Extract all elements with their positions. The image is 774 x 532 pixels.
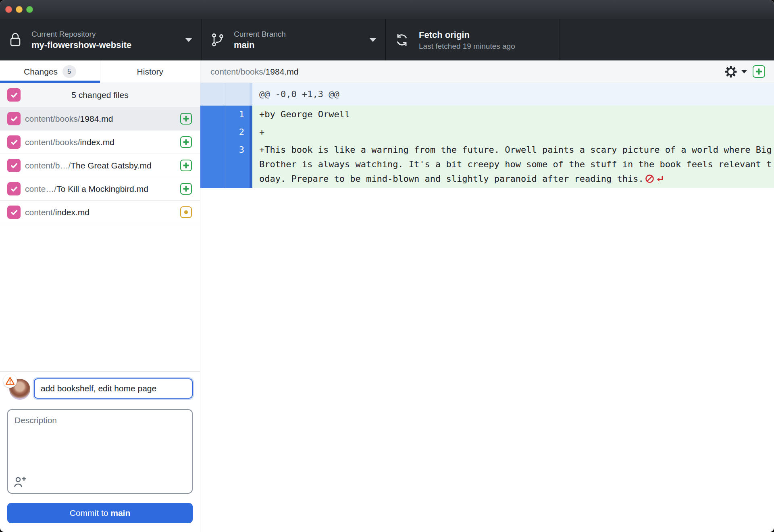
current-branch-button[interactable]: Current Branch main [202, 19, 386, 60]
add-file-button[interactable] [753, 65, 765, 78]
diff-file-name: 1984.md [266, 67, 299, 76]
return-arrow-icon [655, 175, 664, 183]
chevron-down-icon [185, 38, 192, 42]
file-dir: content/books/ [25, 137, 80, 147]
file-checkbox[interactable] [7, 206, 21, 219]
tab-changes[interactable]: Changes 5 [0, 60, 100, 83]
file-dir: conte…/ [25, 184, 56, 193]
diff-gutter-old[interactable] [200, 141, 225, 188]
file-dir: content/b…/ [25, 161, 71, 170]
changes-sidebar: Changes 5 History 5 changed files conten… [0, 60, 200, 532]
file-checkbox[interactable] [7, 159, 21, 172]
diff-line-row: 1 +by George Orwell [200, 106, 774, 123]
fetch-origin-button[interactable]: Fetch origin Last fetched 19 minutes ago [386, 19, 560, 60]
file-checkbox[interactable] [7, 112, 21, 125]
titlebar [0, 0, 774, 19]
status-added-icon [180, 183, 192, 195]
diff-body: @@ -0,0 +1,3 @@ 1 +by George Orwell 2 + … [200, 83, 774, 188]
changed-file-row[interactable]: content/books/index.md [0, 131, 200, 154]
fetch-title: Fetch origin [419, 29, 551, 41]
changed-files-count: 5 changed files [0, 90, 200, 100]
diff-gutter-new[interactable] [225, 83, 252, 106]
diff-hunk-row: @@ -0,0 +1,3 @@ [200, 83, 774, 106]
zoom-window-icon[interactable] [26, 6, 33, 13]
warning-badge[interactable] [3, 374, 17, 388]
commit-description-input[interactable] [8, 410, 192, 493]
minimize-window-icon[interactable] [16, 6, 23, 13]
changed-file-row[interactable]: content/b…/The Great Gatsby.md [0, 154, 200, 177]
toolbar: Current Repository my-flowershow-website… [0, 19, 774, 60]
diff-gutter-old[interactable] [200, 123, 225, 141]
sidebar-empty-space [0, 224, 200, 371]
status-added-icon [180, 113, 192, 125]
changed-files-header: 5 changed files [0, 83, 200, 107]
diff-options-button[interactable] [724, 65, 747, 78]
file-dir: content/books/ [25, 114, 80, 123]
no-newline-indicator [644, 174, 664, 184]
file-name: index.md [80, 137, 114, 147]
git-branch-icon [210, 32, 224, 48]
changed-file-row[interactable]: content/index.md [0, 201, 200, 224]
tab-history[interactable]: History [100, 60, 200, 83]
diff-line-text: + [259, 127, 264, 137]
sidebar-tabbar: Changes 5 History [0, 60, 200, 83]
file-checkbox[interactable] [7, 135, 21, 149]
repository-label: Current Repository [31, 29, 181, 39]
diff-line-text: +by George Orwell [259, 109, 350, 119]
changed-file-row[interactable]: content/books/1984.md [0, 107, 200, 131]
changed-files-list: content/books/1984.md content/books/inde… [0, 107, 200, 224]
app-window: Current Repository my-flowershow-website… [0, 0, 774, 532]
commit-author [7, 377, 31, 400]
branch-name: main [234, 39, 365, 51]
diff-pane: content/books/1984.md @@ -0,0 +1,3 [200, 60, 774, 532]
sync-icon [395, 33, 409, 47]
diff-line-number[interactable]: 3 [225, 141, 252, 188]
diff-gutter-old[interactable] [200, 83, 225, 106]
file-name: The Great Gatsby.md [71, 161, 151, 170]
status-added-icon [180, 136, 192, 148]
diff-line-number[interactable]: 2 [225, 123, 252, 141]
repository-name: my-flowershow-website [31, 39, 181, 51]
file-checkbox[interactable] [7, 182, 21, 195]
changes-count-badge: 5 [62, 65, 76, 78]
circle-slash-icon [645, 174, 654, 183]
status-added-icon [180, 160, 192, 171]
lock-icon [9, 32, 22, 48]
status-modified-icon [180, 206, 192, 218]
chevron-down-icon [741, 70, 747, 73]
file-name: To Kill a Mockingbird.md [56, 184, 148, 193]
commit-description-box [7, 409, 193, 494]
diff-line-text: +This book is like a warning from the fu… [259, 145, 774, 184]
file-dir: content/ [25, 208, 55, 217]
current-repository-button[interactable]: Current Repository my-flowershow-website [0, 19, 202, 60]
commit-area: Commit to main [0, 371, 200, 532]
diff-line-row: 2 + [200, 123, 774, 141]
diff-file-dir: content/books/ [210, 67, 266, 76]
diff-line-row: 3 +This book is like a warning from the … [200, 141, 774, 188]
branch-label: Current Branch [234, 29, 365, 39]
window-controls [5, 6, 33, 13]
diff-file-header: content/books/1984.md [200, 60, 774, 83]
fetch-subtitle: Last fetched 19 minutes ago [419, 42, 551, 51]
diff-line-number[interactable]: 1 [225, 106, 252, 123]
gear-icon [724, 65, 737, 78]
commit-summary-input[interactable] [34, 378, 193, 399]
file-name: 1984.md [80, 114, 113, 123]
chevron-down-icon [370, 38, 376, 42]
close-window-icon[interactable] [5, 6, 12, 13]
file-name: index.md [55, 208, 89, 217]
plus-icon [755, 68, 762, 75]
diff-gutter-old[interactable] [200, 106, 225, 123]
toolbar-empty-space [560, 19, 774, 60]
changed-file-row[interactable]: conte…/To Kill a Mockingbird.md [0, 177, 200, 201]
add-coauthor-icon[interactable] [14, 476, 27, 489]
commit-button[interactable]: Commit to main [7, 503, 193, 523]
commit-button-branch: main [110, 508, 130, 517]
hunk-header-text: @@ -0,0 +1,3 @@ [252, 83, 774, 106]
